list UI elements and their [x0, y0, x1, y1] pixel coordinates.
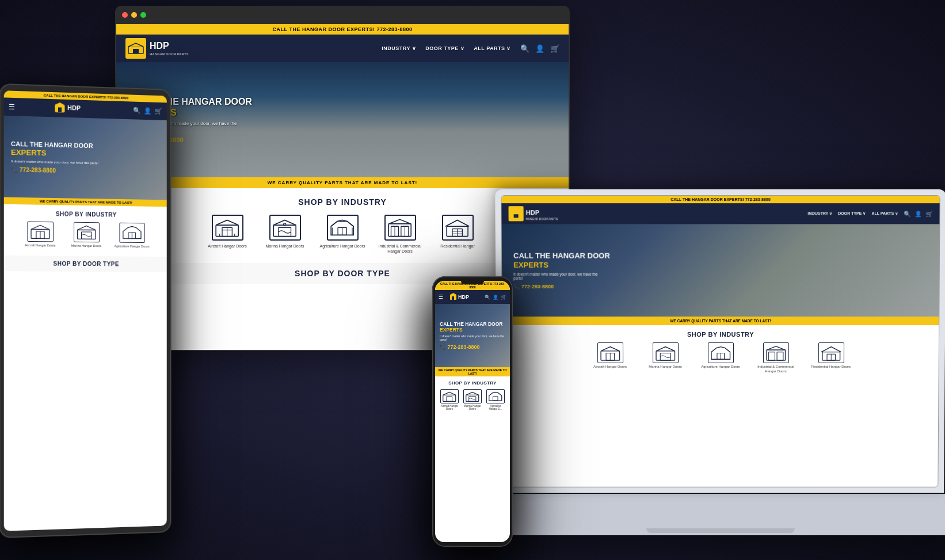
- laptop-agriculture-label: Agriculture Hangar Doors: [701, 365, 740, 369]
- phone-hero: CALL THE HANGAR DOOR EXPERTS It doesn't …: [435, 304, 510, 367]
- industry-section-title: SHOP BY INDUSTRY: [128, 197, 557, 207]
- tablet-agriculture-label: Agriculture Hangar Doors: [115, 244, 150, 248]
- site-hero: CALL THE HANGAR DOOR EXPERTS It doesn't …: [116, 62, 569, 177]
- svg-rect-40: [493, 396, 498, 400]
- phone-hero-sub: It doesn't matter who made your door, we…: [440, 334, 505, 341]
- laptop-industry-section: SHOP BY INDUSTRY Aircr: [502, 325, 939, 379]
- industry-item-industrial[interactable]: Industrial & Commercial Hangar Doors: [377, 215, 423, 254]
- minimize-dot[interactable]: [131, 12, 137, 18]
- tablet-search-icon[interactable]: 🔍: [133, 107, 141, 115]
- site-logo: HDP HANGAR DOOR PARTS: [125, 38, 189, 59]
- phone-yellow-banner: WE CARRY QUALITY PARTS THAT ARE MADE TO …: [435, 367, 510, 376]
- phone-marina-label: Marina Hangar Doors: [463, 405, 482, 411]
- industry-item-residential[interactable]: Residential Hangar: [435, 215, 481, 249]
- phone-agriculture-label: Agricultur Hangar D...: [486, 405, 505, 411]
- tablet-industry-row: Aircraft Hangar Doors: [11, 221, 160, 249]
- laptop-nav-industry[interactable]: INDUSTRY ∨: [807, 211, 832, 216]
- tablet-cart-icon[interactable]: 🛒: [154, 108, 162, 115]
- residential-icon: [442, 215, 474, 241]
- tablet-menu-icon[interactable]: ☰: [9, 102, 15, 111]
- phone-hero-content: CALL THE HANGAR DOOR EXPERTS It doesn't …: [440, 321, 505, 350]
- svg-text:HDP: HDP: [458, 294, 469, 300]
- tablet-industry-agriculture[interactable]: Agriculture Hangar Doors: [112, 223, 152, 249]
- svg-rect-13: [388, 224, 411, 237]
- phone-agriculture-icon: [486, 389, 505, 403]
- laptop-hero-title: CALL THE HANGAR DOOR EXPERTS: [513, 252, 610, 269]
- site-topbar: CALL THE HANGAR DOOR EXPERTS! 772-283-88…: [116, 24, 569, 35]
- tablet-industry-aircraft[interactable]: Aircraft Hangar Doors: [20, 221, 60, 247]
- svg-rect-51: [768, 352, 775, 360]
- phone-cart-icon[interactable]: 🛒: [501, 295, 506, 300]
- industry-item-agriculture[interactable]: Agriculture Hangar Doors: [319, 215, 365, 249]
- tablet-hero-content: CALL THE HANGAR DOOR EXPERTS It doesn't …: [11, 140, 98, 175]
- tablet-nav-icons: 🔍 👤 🛒: [133, 107, 162, 115]
- tablet-agriculture-icon: [119, 223, 144, 243]
- phone-navbar: ☰ HDP 🔍 👤 🛒: [435, 290, 510, 304]
- industry-icons-row: Aircraft Hangar Doors Mar: [128, 215, 557, 254]
- laptop-industry-industrial[interactable]: Industrial & Commercial Hangar Doors: [753, 342, 799, 374]
- nav-icons: 🔍 👤 🛒: [520, 44, 559, 53]
- laptop-agriculture-icon: [708, 342, 734, 363]
- laptop-user-icon[interactable]: 👤: [914, 211, 921, 217]
- laptop-industry-agriculture[interactable]: Agriculture Hangar Doors: [698, 342, 744, 374]
- phone-industry-agriculture[interactable]: Agricultur Hangar D...: [486, 389, 505, 411]
- svg-rect-29: [77, 230, 95, 239]
- phone-frame: CALL THE HANGAR DOOR EXPERTS! 772-283-88…: [432, 276, 513, 547]
- phone-hero-phone[interactable]: 📞 772-283-8800: [440, 344, 505, 350]
- marina-label: Marina Hangar Doors: [266, 243, 304, 249]
- phone-industry-marina[interactable]: Marina Hangar Doors: [463, 389, 482, 411]
- laptop-industry-aircraft[interactable]: Aircraft Hangar Doors: [587, 342, 633, 374]
- tablet-industry-section: SHOP BY INDUSTRY Aircr: [4, 204, 167, 254]
- laptop-hero-content: CALL THE HANGAR DOOR EXPERTS It doesn't …: [513, 252, 610, 289]
- nav-door-type[interactable]: DOOR TYPE ∨: [425, 45, 464, 51]
- nav-industry[interactable]: INDUSTRY ∨: [382, 45, 416, 51]
- yellow-banner: WE CARRY QUALITY PARTS THAT ARE MADE TO …: [116, 177, 569, 188]
- tablet-door-title: SHOP BY DOOR TYPE: [11, 260, 160, 268]
- maximize-dot[interactable]: [140, 12, 146, 18]
- tablet-aircraft-label: Aircraft Hangar Doors: [25, 243, 56, 247]
- tablet-frame: CALL THE HANGAR DOOR EXPERTS! 772-283-88…: [0, 83, 172, 538]
- laptop-aircraft-icon: [597, 342, 623, 363]
- cart-icon[interactable]: 🛒: [550, 44, 559, 53]
- industry-item-aircraft[interactable]: Aircraft Hangar Doors: [204, 215, 250, 249]
- laptop-industry-title: SHOP BY INDUSTRY: [512, 331, 929, 338]
- tablet-user-icon[interactable]: 👤: [144, 107, 152, 115]
- laptop-industry-marina[interactable]: Marina Hangar Doors: [642, 342, 688, 374]
- nav-all-parts[interactable]: ALL PARTS ∨: [474, 45, 511, 51]
- phone-menu-icon[interactable]: ☰: [439, 294, 443, 300]
- tablet-industry-marina[interactable]: Marina Hangar Doors: [66, 222, 106, 248]
- svg-rect-36: [443, 395, 456, 401]
- phone-industry-title: SHOP BY INDUSTRY: [440, 380, 505, 386]
- laptop-hero-phone[interactable]: 📞 772-283-8800: [513, 283, 610, 289]
- phone-notch: [461, 281, 484, 284]
- svg-rect-1: [133, 49, 139, 54]
- industry-item-marina[interactable]: Marina Hangar Doors: [262, 215, 308, 249]
- residential-label: Residential Hangar: [440, 243, 475, 249]
- aircraft-label: Aircraft Hangar Doors: [208, 243, 247, 249]
- tablet-hero-title: CALL THE HANGAR DOOR EXPERTS: [11, 140, 98, 159]
- browser-chrome: [115, 6, 570, 24]
- tablet-marina-icon: [74, 222, 100, 243]
- laptop-body: CALL THE HANGAR DOOR EXPERTS! 772-283-88…: [495, 189, 945, 493]
- laptop-search-icon[interactable]: 🔍: [904, 211, 910, 217]
- phone-industry-row: Aircraft Hangar Doors: [440, 389, 505, 411]
- laptop-industrial-label: Industrial & Commercial Hangar Doors: [753, 365, 799, 374]
- laptop-logo-icon: [508, 206, 523, 221]
- close-dot[interactable]: [122, 12, 128, 18]
- laptop-nav-door-type[interactable]: DOOR TYPE ∨: [838, 211, 866, 216]
- phone-user-icon[interactable]: 👤: [493, 295, 498, 300]
- laptop-marina-label: Marina Hangar Doors: [649, 365, 681, 369]
- laptop-navbar: HDP HANGAR DOOR PARTS INDUSTRY ∨ DOOR TY…: [501, 203, 939, 224]
- laptop-nav-all-parts[interactable]: ALL PARTS ∨: [871, 211, 898, 216]
- laptop-cart-icon[interactable]: 🛒: [925, 211, 932, 217]
- search-icon[interactable]: 🔍: [520, 44, 529, 53]
- laptop-logo: HDP HANGAR DOOR PARTS: [508, 206, 558, 221]
- phone-search-icon[interactable]: 🔍: [485, 295, 490, 300]
- laptop-industry-residential[interactable]: Residential Hangar Doors: [808, 342, 854, 374]
- phone-aircraft-icon: [440, 389, 459, 403]
- site-nav-links: INDUSTRY ∨ DOOR TYPE ∨ ALL PARTS ∨ 🔍 👤 🛒: [382, 44, 559, 53]
- industrial-label: Industrial & Commercial Hangar Doors: [377, 243, 423, 254]
- user-icon[interactable]: 👤: [535, 44, 544, 53]
- phone-industry-aircraft[interactable]: Aircraft Hangar Doors: [440, 389, 459, 411]
- laptop-residential-icon: [818, 342, 844, 363]
